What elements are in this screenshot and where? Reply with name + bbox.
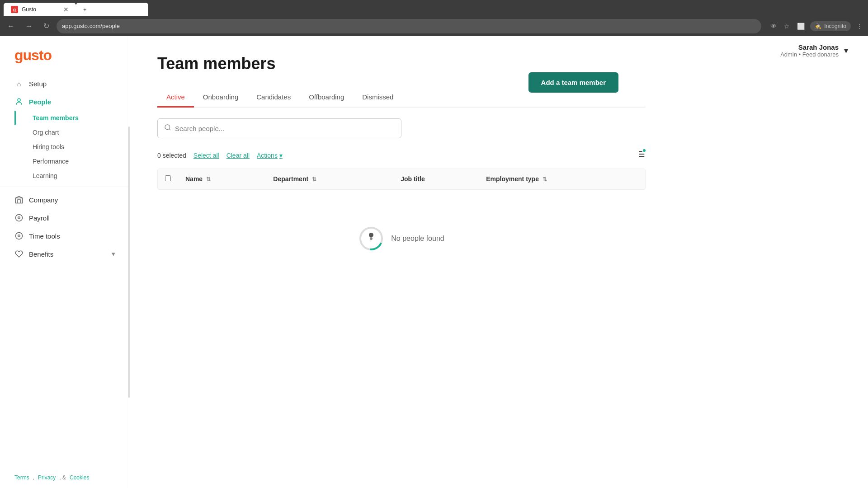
sidebar-item-time-tools[interactable]: Time tools [0, 227, 130, 245]
actions-chevron-icon: ▾ [279, 152, 283, 159]
actions-label: Actions [257, 152, 278, 159]
table-col-employment-type[interactable]: Employment type ⇅ [479, 169, 645, 189]
sidebar-item-payroll[interactable]: Payroll [0, 209, 130, 227]
sidebar-item-people[interactable]: People [0, 93, 130, 111]
footer-amp: , & [59, 474, 66, 481]
clear-all-link[interactable]: Clear all [226, 152, 250, 159]
user-name: Sarah Jonas [780, 43, 839, 51]
add-team-member-button[interactable]: Add a team member [528, 72, 618, 93]
incognito-badge: 🕵 Incognito [810, 21, 851, 31]
table-header-row: Name ⇅ Department ⇅ Job title [158, 169, 645, 189]
browser-tab-bar: g Gusto ✕ + [0, 0, 868, 16]
svg-point-2 [16, 215, 23, 221]
tab-offboarding[interactable]: Offboarding [300, 88, 353, 108]
tab-dismissed[interactable]: Dismissed [353, 88, 402, 108]
incognito-label: Incognito [824, 23, 846, 29]
time-tools-icon [14, 231, 24, 240]
forward-button[interactable]: → [22, 20, 36, 32]
main-content: Sarah Jonas Admin • Feed donares ▾ Team … [130, 36, 868, 488]
employment-type-sort-icon: ⇅ [542, 176, 547, 183]
actions-dropdown[interactable]: Actions ▾ [257, 152, 283, 159]
tab-close-button[interactable]: ✕ [63, 6, 69, 13]
user-menu-button[interactable]: ▾ [842, 44, 850, 57]
payroll-icon [14, 213, 24, 222]
new-tab-button[interactable]: + [76, 3, 148, 16]
privacy-link[interactable]: Privacy [38, 474, 56, 481]
back-button[interactable]: ← [4, 20, 18, 32]
sidebar-sub-team-members[interactable]: Team members [29, 111, 130, 125]
svg-point-0 [18, 99, 20, 101]
browser-toolbar: ← → ↻ 👁 ☆ ⬜ 🕵 Incognito ⋮ [0, 16, 868, 36]
user-role: Admin • Feed donares [780, 51, 839, 58]
select-all-checkbox[interactable] [165, 175, 171, 181]
svg-point-3 [18, 217, 20, 219]
sidebar-footer: Terms , Privacy , & Cookies [0, 467, 130, 488]
sidebar-sub-people: Team members Org chart Hiring tools Perf… [0, 111, 130, 183]
sidebar-sub-org-chart[interactable]: Org chart [29, 125, 130, 140]
sidebar-item-setup-label: Setup [29, 80, 47, 88]
tab-active[interactable]: Active [157, 88, 194, 108]
logo: gusto [0, 43, 130, 75]
sidebar-item-benefits-label: Benefits [29, 250, 53, 258]
menu-button[interactable]: ⋮ [854, 21, 864, 32]
cookies-link[interactable]: Cookies [70, 474, 89, 481]
sidebar-item-company-label: Company [29, 196, 58, 204]
browser-tab[interactable]: g Gusto ✕ [4, 3, 76, 16]
svg-point-16 [369, 233, 373, 237]
table-col-employment-type-label: Employment type [486, 175, 539, 183]
sidebar: gusto ⌂ Setup People Team members Org [0, 36, 130, 488]
table-container: Name ⇅ Department ⇅ Job title [157, 169, 646, 190]
sidebar-item-people-label: People [29, 98, 51, 106]
terms-link[interactable]: Terms [14, 474, 29, 481]
tab-favicon: g [11, 6, 18, 13]
empty-state-text: No people found [391, 235, 444, 243]
search-input[interactable] [175, 125, 395, 132]
address-bar[interactable] [57, 19, 761, 33]
sidebar-item-payroll-label: Payroll [29, 214, 50, 222]
table-col-job-title-label: Job title [401, 175, 425, 183]
people-table: Name ⇅ Department ⇅ Job title [158, 169, 645, 189]
selected-count: 0 selected [157, 152, 186, 159]
table-col-name[interactable]: Name ⇅ [178, 169, 266, 189]
filter-button[interactable] [636, 149, 646, 161]
svg-point-5 [18, 235, 20, 237]
incognito-icon: 🕵 [815, 23, 821, 29]
sidebar-item-benefits[interactable]: Benefits ▾ [0, 245, 130, 263]
name-sort-icon: ⇅ [206, 176, 211, 183]
app-container: gusto ⌂ Setup People Team members Org [0, 36, 868, 488]
sidebar-sub-hiring-tools[interactable]: Hiring tools [29, 140, 130, 154]
tab-candidates[interactable]: Candidates [247, 88, 300, 108]
browser-actions: 👁 ☆ ⬜ 🕵 Incognito ⋮ [769, 21, 864, 32]
sidebar-divider [0, 187, 130, 187]
page-title: Team members [157, 54, 646, 73]
tab-onboarding[interactable]: Onboarding [194, 88, 247, 108]
sidebar-scrollbar[interactable] [128, 127, 130, 398]
sidebar-sub-performance[interactable]: Performance [29, 154, 130, 169]
search-bar [157, 118, 401, 138]
svg-rect-1 [16, 198, 23, 203]
sidebar-item-setup[interactable]: ⌂ Setup [0, 75, 130, 93]
sidebar-item-company[interactable]: Company [0, 191, 130, 209]
extensions-button[interactable]: 👁 [769, 21, 778, 32]
svg-point-4 [16, 233, 23, 239]
no-people-icon [359, 226, 384, 251]
company-icon [14, 195, 24, 204]
table-header: Name ⇅ Department ⇅ Job title [158, 169, 645, 189]
page-header: Team members Add a team member [157, 54, 646, 73]
table-col-department[interactable]: Department ⇅ [266, 169, 393, 189]
bookmark-button[interactable]: ☆ [782, 21, 792, 32]
select-all-checkbox-header[interactable] [158, 169, 178, 189]
logo-text: gusto [14, 47, 52, 63]
sidebar-sub-learning[interactable]: Learning [29, 169, 130, 183]
table-col-department-label: Department [273, 175, 308, 183]
svg-line-7 [169, 129, 170, 130]
split-view-button[interactable]: ⬜ [795, 21, 807, 32]
select-all-link[interactable]: Select all [193, 152, 219, 159]
table-actions-bar: 0 selected Select all Clear all Actions … [157, 147, 646, 163]
sidebar-nav: ⌂ Setup People Team members Org chart Hi… [0, 75, 130, 467]
empty-state-icon [359, 226, 384, 251]
svg-point-17 [370, 237, 373, 240]
table-col-name-label: Name [185, 175, 203, 183]
benefits-icon [14, 249, 24, 258]
reload-button[interactable]: ↻ [40, 20, 53, 32]
